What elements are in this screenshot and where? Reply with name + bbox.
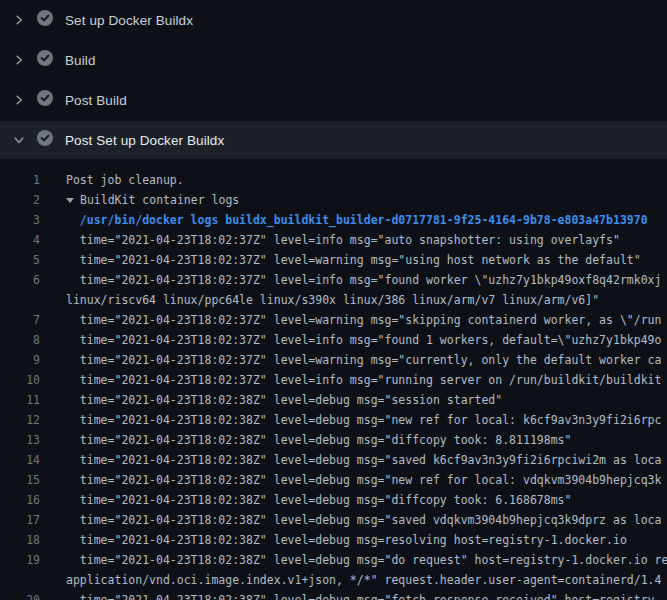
log-line-content: time="2021-04-23T18:02:38Z" level=debug … — [66, 413, 661, 427]
log-line-number[interactable]: 6 — [0, 270, 40, 290]
log-line-number[interactable]: 16 — [0, 490, 40, 510]
log-line-content: time="2021-04-23T18:02:38Z" level=debug … — [66, 513, 661, 527]
log-line-text: time="2021-04-23T18:02:37Z" level=info m… — [66, 370, 661, 390]
log-line: linux/riscv64 linux/ppc64le linux/s390x … — [0, 290, 667, 310]
log-line-text: BuildKit container logs — [66, 190, 239, 210]
log-line-text: linux/riscv64 linux/ppc64le linux/s390x … — [66, 290, 599, 310]
log-line-number[interactable]: 13 — [0, 430, 40, 450]
log-line-text: time="2021-04-23T18:02:37Z" level=info m… — [66, 330, 661, 350]
log-line-text: time="2021-04-23T18:02:37Z" level=warnin… — [66, 310, 661, 330]
log-line-content: application/vnd.oci.image.index.v1+json,… — [66, 573, 661, 587]
step-header-build[interactable]: Build — [0, 40, 667, 80]
log-line-text: time="2021-04-23T18:02:38Z" level=debug … — [66, 450, 661, 470]
chevron-right-icon — [12, 13, 26, 27]
step-header-setup-docker-buildx[interactable]: Set up Docker Buildx — [0, 0, 667, 40]
log-line-content: time="2021-04-23T18:02:38Z" level=debug … — [66, 533, 627, 547]
log-lines: 1 Post job cleanup. 2 BuildKit container… — [0, 160, 667, 600]
log-line-text: time="2021-04-23T18:02:37Z" level=warnin… — [66, 350, 661, 370]
success-check-icon — [37, 10, 53, 30]
log-line-content: time="2021-04-23T18:02:38Z" level=debug … — [66, 553, 667, 567]
log-line-number[interactable]: 18 — [0, 530, 40, 550]
log-line-content: BuildKit container logs — [80, 193, 239, 207]
log-line-content: linux/riscv64 linux/ppc64le linux/s390x … — [66, 293, 599, 307]
log-line: 13 time="2021-04-23T18:02:38Z" level=deb… — [0, 430, 667, 450]
log-line-content: time="2021-04-23T18:02:37Z" level=info m… — [66, 373, 661, 387]
success-check-icon — [37, 50, 53, 70]
log-line-text: time="2021-04-23T18:02:38Z" level=debug … — [66, 470, 661, 490]
log-line: 4 time="2021-04-23T18:02:37Z" level=info… — [0, 230, 667, 250]
log-group-expander-icon[interactable] — [66, 190, 74, 210]
log-line-content: time="2021-04-23T18:02:37Z" level=warnin… — [66, 313, 661, 327]
success-check-icon — [37, 90, 53, 110]
log-line-number[interactable]: 12 — [0, 410, 40, 430]
log-line-number[interactable]: 5 — [0, 250, 40, 270]
step-label: Post Set up Docker Buildx — [65, 133, 224, 148]
log-line-text: application/vnd.oci.image.index.v1+json,… — [66, 570, 661, 590]
log-line-content: time="2021-04-23T18:02:38Z" level=debug … — [66, 433, 571, 447]
log-line: 1 Post job cleanup. — [0, 170, 667, 190]
success-check-icon — [37, 130, 53, 150]
log-line-number[interactable]: 8 — [0, 330, 40, 350]
log-line-number[interactable]: 1 — [0, 170, 40, 190]
chevron-right-icon — [12, 93, 26, 107]
log-line-content: time="2021-04-23T18:02:38Z" level=debug … — [66, 493, 571, 507]
log-line-number[interactable] — [0, 290, 40, 310]
log-line-number[interactable]: 3 — [0, 210, 40, 230]
log-line-content: time="2021-04-23T18:02:38Z" level=debug … — [66, 453, 661, 467]
log-line: 17 time="2021-04-23T18:02:38Z" level=deb… — [0, 510, 667, 530]
log-line-content: time="2021-04-23T18:02:38Z" level=debug … — [66, 393, 502, 407]
log-line-content: time="2021-04-23T18:02:37Z" level=warnin… — [66, 353, 661, 367]
actions-log-viewer: { "colors": { "bg": "#0d1117", "band": "… — [0, 0, 667, 600]
log-line-number[interactable]: 2 — [0, 190, 40, 210]
log-line-number[interactable]: 4 — [0, 230, 40, 250]
log-line-text: time="2021-04-23T18:02:37Z" level=warnin… — [66, 250, 641, 270]
chevron-down-icon — [12, 133, 26, 147]
log-line: 18 time="2021-04-23T18:02:38Z" level=deb… — [0, 530, 667, 550]
log-line: 3 /usr/bin/docker logs buildx_buildkit_b… — [0, 210, 667, 230]
log-line: 14 time="2021-04-23T18:02:38Z" level=deb… — [0, 450, 667, 470]
log-line-number[interactable]: 7 — [0, 310, 40, 330]
log-line-text: time="2021-04-23T18:02:38Z" level=debug … — [66, 590, 661, 600]
step-label: Set up Docker Buildx — [65, 13, 193, 28]
log-line-text: time="2021-04-23T18:02:38Z" level=debug … — [66, 410, 661, 430]
log-line-number[interactable]: 9 — [0, 350, 40, 370]
log-line-number[interactable]: 20 — [0, 590, 40, 600]
step-label: Post Build — [65, 93, 127, 108]
log-line: 7 time="2021-04-23T18:02:37Z" level=warn… — [0, 310, 667, 330]
steps-list: Set up Docker Buildx Build Post Build Po… — [0, 0, 667, 159]
step-header-post-build[interactable]: Post Build — [0, 80, 667, 120]
log-line: 2 BuildKit container logs — [0, 190, 667, 210]
log-line: 6 time="2021-04-23T18:02:37Z" level=info… — [0, 270, 667, 290]
log-line: 10 time="2021-04-23T18:02:37Z" level=inf… — [0, 370, 667, 390]
log-line-content: time="2021-04-23T18:02:37Z" level=warnin… — [66, 253, 641, 267]
log-line-number[interactable]: 15 — [0, 470, 40, 490]
log-line-text: time="2021-04-23T18:02:37Z" level=info m… — [66, 230, 620, 250]
log-line-number[interactable]: 14 — [0, 450, 40, 470]
log-line-text: time="2021-04-23T18:02:38Z" level=debug … — [66, 490, 571, 510]
log-line-text: time="2021-04-23T18:02:37Z" level=info m… — [66, 270, 661, 290]
log-line: 20 time="2021-04-23T18:02:38Z" level=deb… — [0, 590, 667, 600]
log-line-number[interactable]: 17 — [0, 510, 40, 530]
log-line: 5 time="2021-04-23T18:02:37Z" level=warn… — [0, 250, 667, 270]
log-line-number[interactable]: 10 — [0, 370, 40, 390]
log-line-text: time="2021-04-23T18:02:38Z" level=debug … — [66, 510, 661, 530]
log-line: application/vnd.oci.image.index.v1+json,… — [0, 570, 667, 590]
log-line: 19 time="2021-04-23T18:02:38Z" level=deb… — [0, 550, 667, 570]
log-line: 9 time="2021-04-23T18:02:37Z" level=warn… — [0, 350, 667, 370]
log-line: 11 time="2021-04-23T18:02:38Z" level=deb… — [0, 390, 667, 410]
log-line-text: time="2021-04-23T18:02:38Z" level=debug … — [66, 390, 502, 410]
chevron-right-icon — [12, 53, 26, 67]
log-line-content: time="2021-04-23T18:02:37Z" level=info m… — [66, 233, 620, 247]
log-line-text: /usr/bin/docker logs buildx_buildkit_bui… — [66, 210, 648, 230]
log-line: 8 time="2021-04-23T18:02:37Z" level=info… — [0, 330, 667, 350]
log-line-number[interactable]: 19 — [0, 550, 40, 570]
step-header-post-setup-docker-buildx[interactable]: Post Set up Docker Buildx — [0, 121, 667, 159]
log-line-number[interactable] — [0, 570, 40, 590]
log-line: 15 time="2021-04-23T18:02:38Z" level=deb… — [0, 470, 667, 490]
log-line-text: time="2021-04-23T18:02:38Z" level=debug … — [66, 530, 627, 550]
step-label: Build — [65, 53, 96, 68]
log-line-content: time="2021-04-23T18:02:37Z" level=info m… — [66, 333, 661, 347]
log-line-number[interactable]: 11 — [0, 390, 40, 410]
log-line: 16 time="2021-04-23T18:02:38Z" level=deb… — [0, 490, 667, 510]
log-line-text: Post job cleanup. — [66, 170, 184, 190]
